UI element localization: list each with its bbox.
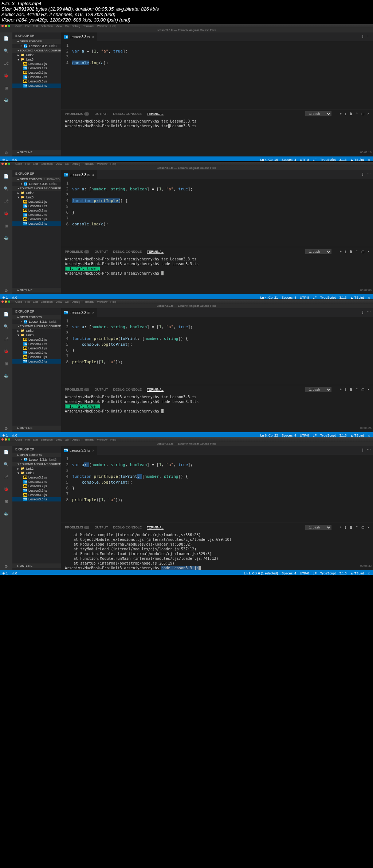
gear-icon[interactable]: ⚙: [3, 287, 10, 294]
split-terminal-icon[interactable]: ⫿: [345, 250, 346, 253]
menu-item[interactable]: File: [25, 300, 30, 303]
output-tab[interactable]: OUTPUT: [94, 526, 108, 529]
menu-item[interactable]: Help: [110, 300, 116, 303]
scm-icon[interactable]: ⎇: [3, 335, 10, 342]
split-terminal-icon[interactable]: ⫿: [345, 112, 346, 116]
file-item[interactable]: TS Lesson3.2.ts: [12, 488, 61, 493]
explorer-icon[interactable]: 📄: [3, 448, 10, 456]
close-icon[interactable]: ×: [92, 311, 94, 315]
gear-icon[interactable]: ⚙: [3, 149, 10, 156]
menu-item[interactable]: Debug: [72, 162, 81, 166]
menu-item[interactable]: Debug: [72, 438, 81, 441]
status-warnings[interactable]: ⚠ 0: [12, 571, 17, 575]
new-terminal-icon[interactable]: +: [339, 250, 341, 253]
search-icon[interactable]: 🔍: [3, 461, 10, 468]
split-terminal-icon[interactable]: ⫿: [345, 526, 346, 529]
terminal-selector[interactable]: 1: bash: [305, 249, 331, 254]
open-editors-section[interactable]: ▸ OPEN EDITORS: [12, 315, 61, 319]
window-controls[interactable]: [1, 301, 10, 303]
docker-icon[interactable]: 🐳: [3, 97, 10, 104]
status-eol[interactable]: LF: [313, 571, 317, 575]
extensions-icon[interactable]: ⊞: [3, 498, 10, 505]
menu-item[interactable]: File: [25, 24, 30, 28]
menu-item[interactable]: Edit: [33, 300, 38, 303]
menu-item[interactable]: Go: [65, 300, 69, 303]
terminal-selector[interactable]: 1: bash: [305, 525, 331, 530]
status-encoding[interactable]: UTF-8: [300, 571, 309, 575]
menu-item[interactable]: Edit: [33, 24, 38, 28]
folder-unit3[interactable]: ▾ 📂 Unit3: [12, 333, 61, 337]
extensions-icon[interactable]: ⊞: [3, 84, 10, 92]
menu-item[interactable]: Selection: [41, 438, 53, 441]
debug-icon[interactable]: 🐞: [3, 72, 10, 79]
menu-item[interactable]: Terminal: [83, 24, 94, 28]
menu-item[interactable]: Edit: [33, 438, 38, 441]
split-icon[interactable]: ⫿: [362, 34, 364, 39]
open-editor-item[interactable]: × TS Lesson3.3.ts Unit3: [12, 457, 61, 462]
folder-unit3[interactable]: ▾ 📂 Unit3: [12, 57, 61, 62]
status-errors[interactable]: ⊗ 1: [2, 571, 8, 575]
search-icon[interactable]: 🔍: [3, 185, 10, 192]
file-item[interactable]: TS Lesson3.3.ts: [12, 497, 61, 501]
gear-icon[interactable]: ⚙: [3, 425, 10, 432]
split-icon[interactable]: ⫿: [362, 447, 364, 452]
menu-item[interactable]: Window: [97, 438, 107, 441]
menu-item[interactable]: Selection: [41, 300, 53, 303]
menu-item[interactable]: File: [25, 162, 30, 166]
status-spaces[interactable]: Spaces: 4: [282, 571, 296, 575]
scm-icon[interactable]: ⎇: [3, 197, 10, 205]
split-terminal-icon[interactable]: ⫿: [345, 388, 346, 391]
problems-tab[interactable]: PROBLEMS 1: [65, 526, 89, 529]
menu-item[interactable]: Code: [15, 300, 22, 303]
chevron-up-icon[interactable]: ⌃: [356, 388, 358, 391]
new-terminal-icon[interactable]: +: [339, 526, 341, 529]
folder-unit2[interactable]: ▸ 📁 Unit2: [12, 53, 61, 57]
folder-unit2[interactable]: ▸ 📁 Unit2: [12, 466, 61, 471]
open-editor-item[interactable]: × TS Lesson3.3.ts Unit3: [12, 319, 61, 324]
chevron-up-icon[interactable]: ⌃: [356, 112, 358, 116]
editor-tab[interactable]: TSLesson3.3.ts×: [61, 446, 97, 455]
menu-item[interactable]: View: [56, 24, 62, 28]
file-item[interactable]: JS Lesson3.1.js: [12, 337, 61, 342]
outline-section[interactable]: ▸ OUTLINE: [12, 288, 61, 292]
menu-item[interactable]: Go: [65, 438, 69, 441]
problems-tab[interactable]: PROBLEMS 1: [65, 112, 89, 116]
debug-icon[interactable]: 🐞: [3, 210, 10, 217]
status-language[interactable]: TypeScript: [320, 571, 336, 575]
explorer-icon[interactable]: 📄: [3, 173, 10, 180]
file-item[interactable]: TS Lesson3.1.ts: [12, 66, 61, 70]
open-editor-item[interactable]: ● TS Lesson3.3.ts Unit3: [12, 182, 61, 186]
close-panel-icon[interactable]: ×: [368, 526, 369, 529]
menu-item[interactable]: File: [25, 438, 30, 441]
extensions-icon[interactable]: ⊞: [3, 222, 10, 229]
folder-unit3[interactable]: ▾ 📂 Unit3: [12, 471, 61, 475]
menu-item[interactable]: Terminal: [83, 162, 94, 166]
split-icon[interactable]: ⫿: [362, 310, 364, 314]
debug-console-tab[interactable]: DEBUG CONSOLE: [113, 250, 142, 253]
open-editors-section[interactable]: ▸ OPEN EDITORS 1 UNSAVED: [12, 177, 61, 182]
trash-icon[interactable]: 🗑: [349, 250, 353, 253]
file-item[interactable]: TS Lesson3.2.ts: [12, 75, 61, 79]
window-controls[interactable]: [1, 25, 10, 27]
menu-item[interactable]: View: [56, 162, 62, 166]
file-item[interactable]: JS Lesson3.1.js: [12, 62, 61, 66]
file-item[interactable]: JS Lesson3.3.js: [12, 355, 61, 359]
folder-unit3[interactable]: ▾ 📂 Unit3: [12, 195, 61, 199]
file-item[interactable]: JS Lesson3.2.js: [12, 208, 61, 213]
editor-tab[interactable]: TSLesson3.3.ts●: [61, 170, 97, 179]
menu-item[interactable]: Debug: [72, 300, 81, 303]
editor-tab[interactable]: TSLesson3.3.ts×: [61, 32, 97, 41]
file-item[interactable]: TS Lesson3.1.ts: [12, 342, 61, 346]
menu-item[interactable]: Code: [15, 24, 22, 28]
status-feedback[interactable]: ☺: [368, 571, 371, 575]
new-terminal-icon[interactable]: +: [339, 112, 341, 116]
close-panel-icon[interactable]: ×: [368, 388, 369, 391]
debug-console-tab[interactable]: DEBUG CONSOLE: [113, 526, 142, 529]
file-item[interactable]: JS Lesson3.2.js: [12, 346, 61, 350]
menu-item[interactable]: View: [56, 300, 62, 303]
terminal-tab[interactable]: TERMINAL: [147, 250, 164, 254]
outline-section[interactable]: ▸ OUTLINE: [12, 563, 61, 568]
extensions-icon[interactable]: ⊞: [3, 360, 10, 367]
menu-item[interactable]: View: [56, 438, 62, 441]
status-tslint[interactable]: ▲ TSLint: [350, 571, 364, 575]
